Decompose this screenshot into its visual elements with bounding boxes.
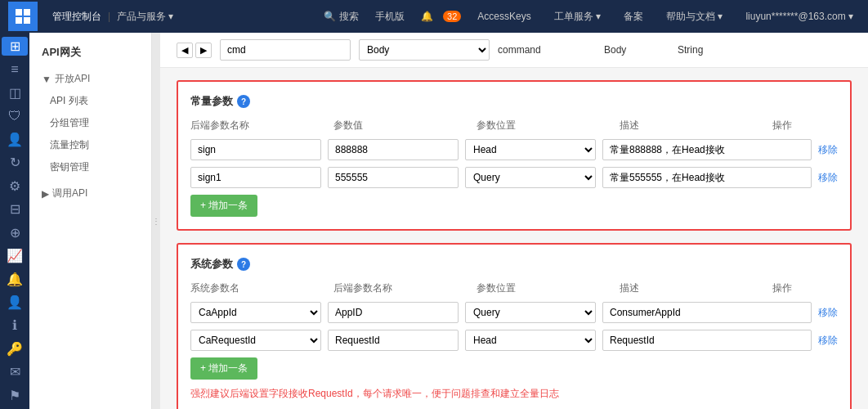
icon-bar: ⊞ ≡ ◫ 🛡 👤 ↻ ⚙ ⊟ ⊕ 📈 🔔 👤 ℹ 🔑 ✉ ⚑ (0, 33, 29, 409)
nav-products[interactable]: 产品与服务 ▾ (117, 10, 173, 24)
sidebar-item-key-mgmt[interactable]: 密钥管理 (29, 156, 151, 178)
sys-param-backend-name-0[interactable] (328, 302, 459, 323)
const-param-position-1[interactable]: Head Query Body Path (465, 167, 596, 188)
existing-body-select[interactable]: Body (359, 39, 490, 61)
icon-bar-chart[interactable]: 📈 (2, 246, 28, 265)
sys-param-position-0[interactable]: Head Query Body Path (465, 302, 596, 323)
nav-right: 🔍 搜索 手机版 🔔 32 AccessKeys 工单服务 ▾ 备案 帮助与文档… (324, 10, 860, 24)
icon-bar-person[interactable]: 👤 (2, 130, 28, 149)
logo[interactable] (8, 2, 38, 31)
sys-header-param-name: 系统参数名 (190, 281, 333, 295)
header-param-position: 参数位置 (477, 119, 620, 133)
icon-bar-info[interactable]: ℹ (2, 316, 28, 335)
sys-param-desc-1[interactable] (602, 330, 812, 351)
call-api-arrow-icon: ▶ (42, 188, 49, 200)
constant-params-help-icon[interactable]: ? (237, 95, 250, 108)
system-params-title: 系统参数 ? (190, 257, 838, 272)
nav-user[interactable]: liuyun*******@163.com ▾ (745, 11, 853, 22)
const-param-desc-0[interactable] (602, 139, 812, 160)
const-param-name-1[interactable] (190, 167, 321, 188)
icon-bar-lock[interactable]: 🔑 (2, 339, 28, 358)
icon-bar-sync[interactable]: ↻ (2, 153, 28, 172)
nav-workorders[interactable]: 工单服务 ▾ (554, 10, 601, 24)
open-api-arrow-icon: ▼ (42, 74, 51, 85)
icon-bar-flag[interactable]: ⚑ (2, 386, 28, 405)
system-params-section: 系统参数 ? 系统参数名 后端参数名称 参数位置 描述 操作 CaAppId (177, 243, 852, 409)
sys-param-sys-name-0[interactable]: CaAppId CaRequestId CaClientIp CaStage (190, 302, 321, 323)
icon-bar-shield[interactable]: 🛡 (2, 106, 28, 125)
sidebar-group-open-api: ▼ 开放API API 列表 分组管理 流量控制 密钥管理 (29, 68, 151, 178)
row-next-btn[interactable]: ▶ (195, 43, 212, 58)
sys-param-desc-0[interactable] (602, 302, 812, 323)
icon-bar-bell[interactable]: 🔔 (2, 269, 28, 288)
const-param-desc-1[interactable] (602, 167, 812, 188)
existing-string-label: String (678, 44, 852, 56)
const-param-position-0[interactable]: Head Query Body Path (465, 139, 596, 160)
icon-bar-settings[interactable]: ⚙ (2, 177, 28, 196)
bell-nav-icon[interactable]: 🔔 (421, 11, 433, 22)
sys-param-row-0: CaAppId CaRequestId CaClientIp CaStage H… (190, 302, 838, 323)
nav-management-console[interactable]: 管理控制台 (52, 10, 101, 24)
sys-header-action: 操作 (772, 281, 838, 295)
icon-bar-grid2[interactable]: ⊟ (2, 200, 28, 218)
constant-params-section: 常量参数 ? 后端参数名称 参数值 参数位置 描述 操作 (177, 80, 852, 231)
top-nav: 管理控制台 | 产品与服务 ▾ 🔍 搜索 手机版 🔔 32 AccessKeys… (0, 0, 868, 33)
sidebar-item-api-list[interactable]: API 列表 (29, 90, 151, 112)
constant-param-row-0: Head Query Body Path 移除 (190, 139, 838, 160)
header-param-description: 描述 (620, 119, 772, 133)
main-layout: ⊞ ≡ ◫ 🛡 👤 ↻ ⚙ ⊟ ⊕ 📈 🔔 👤 ℹ 🔑 ✉ ⚑ API网关 ▼ … (0, 33, 868, 409)
header-param-value: 参数值 (333, 119, 477, 133)
existing-param-row: ◀ ▶ Body command Body String (160, 33, 868, 68)
const-param-remove-0[interactable]: 移除 (818, 143, 838, 157)
content-area: ◀ ▶ Body command Body String 常量参数 ? (160, 33, 868, 409)
nav-help[interactable]: 帮助与文档 ▾ (666, 10, 723, 24)
sidebar-item-group-mgmt[interactable]: 分组管理 (29, 112, 151, 134)
nav-accesskeys[interactable]: AccessKeys (477, 11, 530, 22)
nav-backup[interactable]: 备案 (624, 10, 643, 24)
notification-badge: 32 (443, 11, 461, 22)
search-icon: 🔍 (324, 11, 336, 22)
sys-param-backend-name-1[interactable] (328, 330, 459, 351)
const-param-value-0[interactable] (328, 139, 459, 160)
sidebar-item-flow-control[interactable]: 流量控制 (29, 134, 151, 156)
sys-header-backend-name: 后端参数名称 (333, 281, 477, 295)
constant-param-row-1: Head Query Body Path 移除 (190, 167, 838, 188)
search-button[interactable]: 🔍 搜索 (324, 10, 359, 24)
existing-param-name-input[interactable] (220, 39, 351, 61)
icon-bar-user[interactable]: 👤 (2, 293, 28, 312)
system-params-help-icon[interactable]: ? (237, 258, 250, 271)
const-param-value-1[interactable] (328, 167, 459, 188)
nav-mobile[interactable]: 手机版 (375, 10, 405, 24)
sys-param-row-1: CaAppId CaRequestId CaClientIp CaStage H… (190, 330, 838, 351)
form-area: 常量参数 ? 后端参数名称 参数值 参数位置 描述 操作 (160, 68, 868, 409)
sidebar-group-call-api: ▶ 调用API (29, 182, 151, 204)
sys-header-description: 描述 (620, 281, 772, 295)
app-container: 管理控制台 | 产品与服务 ▾ 🔍 搜索 手机版 🔔 32 AccessKeys… (0, 0, 868, 409)
sys-param-remove-0[interactable]: 移除 (818, 306, 838, 320)
sidebar-group-open-api-title[interactable]: ▼ 开放API (29, 68, 151, 90)
warning-text: 强烈建议后端设置字段接收RequestId，每个请求唯一，便于问题排查和建立全量… (190, 386, 838, 401)
icon-bar-grid[interactable]: ⊞ (2, 37, 28, 56)
icon-bar-menu[interactable]: ≡ (2, 60, 28, 79)
constant-params-title: 常量参数 ? (190, 94, 838, 109)
const-param-remove-1[interactable]: 移除 (818, 171, 838, 185)
row-prev-btn[interactable]: ◀ (177, 43, 193, 58)
icon-bar-mail[interactable]: ✉ (2, 362, 28, 381)
sidebar: API网关 ▼ 开放API API 列表 分组管理 流量控制 密钥管理 ▶ 调用… (29, 33, 152, 409)
header-param-name: 后端参数名称 (190, 119, 333, 133)
row-number-controls: ◀ ▶ (177, 43, 212, 58)
icon-bar-layers[interactable]: ◫ (2, 83, 28, 102)
header-param-action: 操作 (772, 119, 838, 133)
icon-bar-network[interactable]: ⊕ (2, 223, 28, 242)
sidebar-title: API网关 (29, 41, 151, 64)
const-param-name-0[interactable] (190, 139, 321, 160)
const-add-button[interactable]: + 增加一条 (190, 195, 257, 217)
sys-param-sys-name-1[interactable]: CaAppId CaRequestId CaClientIp CaStage (190, 330, 321, 351)
sys-param-remove-1[interactable]: 移除 (818, 334, 838, 348)
sys-param-position-1[interactable]: Head Query Body Path (465, 330, 596, 351)
existing-body-label2: Body (604, 44, 669, 56)
sidebar-group-call-api-title[interactable]: ▶ 调用API (29, 182, 151, 204)
existing-command-label: command (498, 44, 596, 56)
sidebar-divider[interactable]: ⋮ (152, 33, 160, 409)
sys-add-button[interactable]: + 增加一条 (190, 357, 257, 380)
